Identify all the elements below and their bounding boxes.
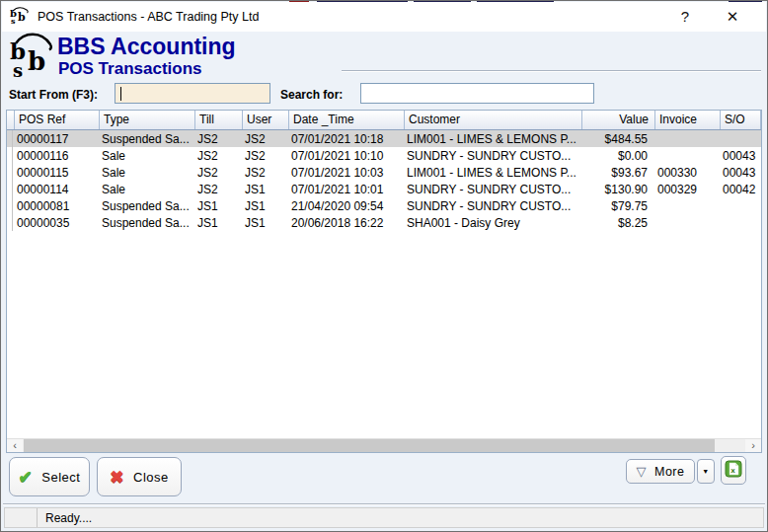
- triangle-down-icon: ▽: [637, 465, 648, 478]
- pos-transactions-dialog: b s b POS Transactions - ABC Trading Pty…: [0, 0, 768, 532]
- cell-till: JS2: [193, 183, 241, 196]
- table-row[interactable]: 00000114SaleJS2JS107/01/2021 10:01SUNDRY…: [7, 181, 761, 197]
- cell-pos-ref: 00000081: [13, 199, 98, 213]
- start-from-input[interactable]: [115, 83, 270, 104]
- status-text: Ready....: [38, 511, 92, 525]
- cell-user: JS2: [241, 166, 287, 180]
- scrollbar-thumb[interactable]: [24, 439, 715, 452]
- more-button[interactable]: ▽ More: [626, 459, 695, 484]
- column-header-gutter: [7, 111, 15, 129]
- cell-value: $79.75: [580, 199, 653, 213]
- cell-user: JS1: [241, 199, 287, 213]
- help-button[interactable]: ?: [665, 2, 705, 32]
- cell-type: Sale: [98, 149, 193, 163]
- cell-pos-ref: 00000114: [13, 183, 98, 196]
- cell-till: JS1: [193, 199, 241, 213]
- cell-type: Sale: [98, 183, 193, 196]
- check-icon: ✔: [19, 467, 34, 488]
- cell-type: Suspended Sa...: [98, 216, 193, 230]
- column-header-user[interactable]: User: [243, 111, 289, 129]
- cell-date-time: 07/01/2021 10:03: [287, 166, 403, 180]
- cell-till: JS2: [193, 149, 241, 163]
- horizontal-scrollbar[interactable]: ‹ ›: [7, 438, 761, 452]
- cell-value: $93.67: [580, 166, 653, 180]
- cell-user: JS1: [241, 216, 287, 230]
- cell-pos-ref: 00000117: [13, 132, 98, 146]
- search-for-label: Search for:: [280, 88, 343, 102]
- svg-text:s: s: [11, 16, 16, 25]
- column-header-type[interactable]: Type: [100, 111, 195, 129]
- cell-invoice: 000329: [653, 183, 719, 196]
- cell-pos-ref: 00000116: [13, 149, 98, 163]
- cell-type: Sale: [98, 166, 193, 180]
- column-header-pos-ref[interactable]: POS Ref: [15, 111, 100, 129]
- column-header-customer[interactable]: Customer: [405, 111, 582, 129]
- window-title: POS Transactions - ABC Trading Pty Ltd: [38, 10, 259, 24]
- app-name: BBS Accounting: [57, 34, 236, 60]
- cell-customer: SHA001 - Daisy Grey: [403, 216, 580, 230]
- status-bar: Ready....: [4, 507, 764, 528]
- column-header-date-time[interactable]: Date _Time: [289, 111, 405, 129]
- chevron-down-icon: ▼: [702, 468, 709, 475]
- cell-pos-ref: 00000115: [13, 166, 98, 180]
- table-row[interactable]: 00000081Suspended Sa...JS1JS121/04/2020 …: [7, 197, 761, 214]
- cell-invoice: 000330: [653, 166, 719, 180]
- svg-text:x: x: [730, 467, 735, 475]
- status-left-panel: [5, 508, 38, 527]
- svg-text:b: b: [28, 46, 45, 76]
- cell-value: $484.55: [580, 132, 653, 146]
- status-divider: [3, 503, 765, 505]
- cell-so: 00042: [719, 183, 761, 196]
- header-divider: [342, 70, 761, 72]
- column-header-value[interactable]: Value: [582, 111, 655, 129]
- cell-so: 00043: [719, 166, 761, 180]
- search-for-input[interactable]: [360, 83, 594, 104]
- cell-so: 00043: [719, 149, 761, 163]
- cell-date-time: 07/01/2021 10:10: [287, 149, 403, 163]
- column-header-till[interactable]: Till: [195, 111, 243, 129]
- svg-text:b: b: [18, 11, 26, 24]
- table-header: POS RefTypeTillUserDate _TimeCustomerVal…: [7, 111, 761, 130]
- cell-customer: LIM001 - LIMES & LEMONS P...: [403, 132, 580, 146]
- table-row[interactable]: 00000115SaleJS2JS207/01/2021 10:03LIM001…: [7, 164, 761, 181]
- cell-till: JS1: [193, 216, 241, 230]
- excel-icon: x: [725, 460, 742, 481]
- cell-customer: SUNDRY - SUNDRY CUSTO...: [403, 149, 580, 163]
- start-from-label: Start From (F3):: [9, 88, 98, 102]
- cell-user: JS2: [241, 132, 287, 146]
- cell-customer: SUNDRY - SUNDRY CUSTO...: [403, 199, 580, 213]
- bbs-logo-icon: b s b: [10, 6, 30, 29]
- cell-date-time: 20/06/2018 16:22: [287, 216, 403, 230]
- title-bar[interactable]: b s b POS Transactions - ABC Trading Pty…: [2, 2, 766, 32]
- transactions-table: POS RefTypeTillUserDate _TimeCustomerVal…: [6, 110, 762, 453]
- bbs-logo-large-icon: b s b: [9, 33, 56, 83]
- cell-date-time: 21/04/2020 09:54: [287, 199, 403, 213]
- column-header-invoice[interactable]: Invoice: [655, 111, 721, 129]
- text-caret: [120, 87, 121, 101]
- cell-customer: LIM001 - LIMES & LEMONS P...: [403, 166, 580, 180]
- cell-date-time: 07/01/2021 10:01: [287, 183, 403, 196]
- cell-value: $8.25: [580, 216, 653, 230]
- cell-type: Suspended Sa...: [98, 199, 193, 213]
- more-dropdown-button[interactable]: ▼: [697, 459, 715, 484]
- scroll-right-arrow-icon[interactable]: ›: [745, 439, 761, 452]
- window-close-button[interactable]: ✕: [705, 2, 760, 32]
- cell-customer: SUNDRY - SUNDRY CUSTO...: [403, 183, 580, 196]
- table-row[interactable]: 00000117Suspended Sa...JS2JS207/01/2021 …: [7, 130, 761, 147]
- export-excel-button[interactable]: x: [721, 456, 746, 485]
- svg-text:s: s: [13, 60, 23, 79]
- select-button[interactable]: ✔ Select: [9, 457, 90, 496]
- close-button[interactable]: ✖ Close: [97, 457, 182, 496]
- cell-pos-ref: 00000035: [13, 216, 98, 230]
- cell-user: JS2: [241, 149, 287, 163]
- table-row[interactable]: 00000035Suspended Sa...JS1JS120/06/2018 …: [7, 214, 761, 231]
- cell-value: $0.00: [580, 149, 653, 163]
- table-body: 00000117Suspended Sa...JS2JS207/01/2021 …: [7, 130, 761, 231]
- red-x-icon: ✖: [110, 467, 124, 488]
- table-row[interactable]: 00000116SaleJS2JS207/01/2021 10:10SUNDRY…: [7, 147, 761, 164]
- column-header-so[interactable]: S/O: [721, 111, 761, 129]
- cell-till: JS2: [193, 132, 241, 146]
- cell-date-time: 07/01/2021 10:18: [287, 132, 403, 146]
- cell-user: JS1: [241, 183, 287, 196]
- scroll-left-arrow-icon[interactable]: ‹: [7, 439, 23, 452]
